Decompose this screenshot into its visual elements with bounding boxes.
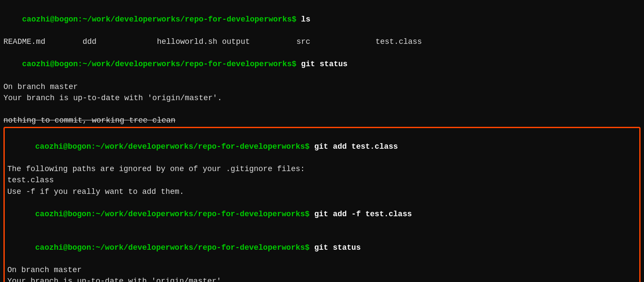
box-line-ignored: The following paths are ignored by one o… [7,163,637,175]
box-line-gitstatus2: caozhi@bogon:~/work/developerworks/repo-… [7,231,637,264]
line-up-to-date: Your branch is up-to-date with 'origin/m… [3,92,641,104]
line-ls-prompt: caozhi@bogon:~/work/developerworks/repo-… [3,3,641,36]
box-line-gitadd: caozhi@bogon:~/work/developerworks/repo-… [7,130,637,163]
box-line-testclass-1: test.class [7,175,637,186]
box-line-use-f: Use -f if you really want to add them. [7,186,637,197]
box-line-up-to-date: Your branch is up-to-date with 'origin/m… [7,276,637,282]
prompt-5: caozhi@bogon:~/work/developerworks/repo-… [35,243,310,252]
prompt-4: caozhi@bogon:~/work/developerworks/repo-… [35,210,310,218]
line-nothing-to-commit: nothing to commit, working tree clean [3,115,641,126]
terminal: caozhi@bogon:~/work/developerworks/repo-… [0,0,644,282]
command-ls: ls [297,15,310,24]
prompt-2: caozhi@bogon:~/work/developerworks/repo-… [22,60,296,68]
line-on-branch: On branch master [3,81,641,92]
command-gitstatus: git status [297,60,348,68]
line-gitstatus-prompt: caozhi@bogon:~/work/developerworks/repo-… [3,47,641,81]
command-gitstatus2: git status [310,243,361,252]
prompt-1: caozhi@bogon:~/work/developerworks/repo-… [22,15,296,24]
empty-1 [3,104,641,115]
command-gitadd-f: git add -f test.class [310,210,412,218]
highlighted-section: caozhi@bogon:~/work/developerworks/repo-… [3,127,641,282]
command-gitadd: git add test.class [310,142,398,151]
box-line-on-branch: On branch master [7,264,637,276]
prompt-3: caozhi@bogon:~/work/developerworks/repo-… [35,142,310,151]
box-line-gitadd-f: caozhi@bogon:~/work/developerworks/repo-… [7,197,637,231]
line-ls-output: README.md ddd helloworld.sh output src t… [3,36,641,47]
